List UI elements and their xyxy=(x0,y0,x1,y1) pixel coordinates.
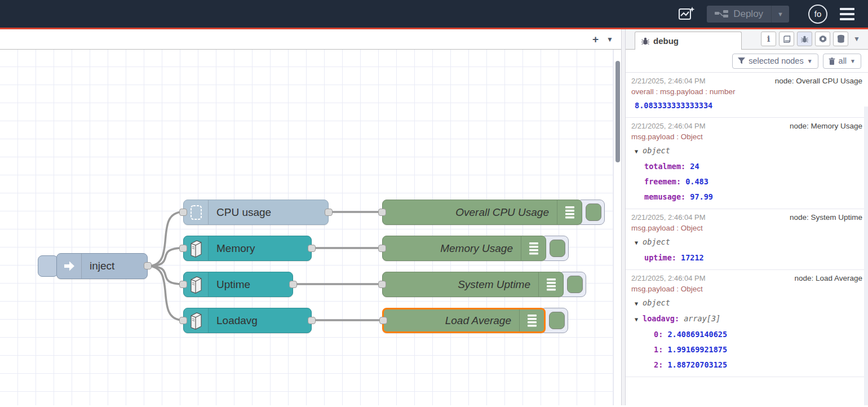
deploy-button[interactable]: Deploy xyxy=(707,8,771,20)
debug-enable-toggle[interactable] xyxy=(549,312,565,329)
input-port[interactable] xyxy=(179,317,187,324)
debug-clear-button[interactable]: all ▼ xyxy=(823,54,861,69)
server-icon xyxy=(184,272,209,297)
list-icon xyxy=(557,200,582,224)
message-tree-row: 8.083333333333334 xyxy=(631,98,862,113)
flow-node-cpu-usage[interactable]: CPU usage xyxy=(183,200,329,225)
flow-node-uptime[interactable]: Uptime xyxy=(183,272,293,297)
flow-canvas[interactable]: injectCPU usageMemoryUptimeLoadavgOveral… xyxy=(0,50,621,405)
flow-node-memory[interactable]: Memory xyxy=(183,236,312,261)
message-timestamp: 2/21/2025, 2:46:04 PM xyxy=(631,76,706,86)
tree-type-label: object xyxy=(643,298,670,307)
debug-enable-toggle[interactable] xyxy=(550,240,565,257)
input-port[interactable] xyxy=(179,281,187,288)
workspace-tabbar: + ▼ xyxy=(0,29,621,50)
node-label: System Uptime xyxy=(383,278,538,291)
tree-key: 0: xyxy=(654,330,667,339)
config-nodes-button[interactable] xyxy=(815,32,830,46)
info-tab-button[interactable]: i xyxy=(761,32,776,46)
node-label: inject xyxy=(82,260,147,272)
funnel-icon xyxy=(738,57,745,64)
header-bar: Deploy ▼ fo xyxy=(0,0,868,29)
tree-key: uptime: xyxy=(644,253,681,262)
output-port[interactable] xyxy=(308,245,316,252)
tree-value: 24 xyxy=(690,162,699,171)
node-label: Uptime xyxy=(209,278,293,291)
tree-value: 17212 xyxy=(681,253,704,262)
gear-icon xyxy=(818,34,827,43)
collapse-caret-icon[interactable]: ▼ xyxy=(635,312,643,327)
panel-splitter[interactable] xyxy=(621,29,626,405)
output-port[interactable] xyxy=(308,317,316,324)
message-tree-row[interactable]: ▼object xyxy=(631,143,862,159)
sidebar-toolbar: i xyxy=(761,32,862,49)
node-label: Load Average xyxy=(384,315,519,327)
wire[interactable] xyxy=(148,266,183,284)
add-flow-button[interactable]: + xyxy=(592,34,599,45)
output-port[interactable] xyxy=(144,262,152,269)
flow-list-caret-icon[interactable]: ▼ xyxy=(606,36,613,43)
help-tab-button[interactable] xyxy=(779,32,794,46)
tree-value: 97.99 xyxy=(690,192,713,201)
input-port[interactable] xyxy=(378,281,386,288)
book-icon xyxy=(782,35,791,43)
debug-message[interactable]: 2/21/2025, 2:46:04 PMnode: Overall CPU U… xyxy=(626,73,868,118)
flow-node-debug-loadavg[interactable]: Load Average xyxy=(382,308,546,333)
workspace-column: + ▼ injectCPU usageMemoryUptimeLoadavgOv… xyxy=(0,29,621,405)
tab-debug[interactable]: debug xyxy=(635,32,742,50)
list-icon xyxy=(538,272,563,297)
flow-node-loadavg[interactable]: Loadavg xyxy=(183,308,312,333)
message-tree-row[interactable]: ▼loadavg: array[3] xyxy=(631,311,862,327)
flow-node-inject[interactable]: inject xyxy=(56,253,148,279)
output-port[interactable] xyxy=(325,209,333,216)
tree-value: 8.083333333333334 xyxy=(635,101,712,110)
input-port[interactable] xyxy=(379,317,387,324)
message-property: msg.payload : Object xyxy=(631,284,862,294)
node-label: Loadavg xyxy=(209,315,311,327)
debug-message[interactable]: 2/21/2025, 2:46:04 PMnode: System Uptime… xyxy=(626,209,868,270)
tree-key: memusage: xyxy=(644,192,690,201)
debug-filter-button[interactable]: selected nodes ▼ xyxy=(732,54,818,69)
collapse-caret-icon[interactable]: ▼ xyxy=(635,235,643,250)
inject-trigger-button[interactable] xyxy=(38,255,58,277)
message-tree-row: uptime: 17212 xyxy=(631,250,862,266)
canvas-scrollbar[interactable] xyxy=(613,50,621,405)
debug-message-list[interactable]: 2/21/2025, 2:46:04 PMnode: Overall CPU U… xyxy=(626,73,868,405)
main-menu-icon[interactable] xyxy=(838,6,857,23)
context-data-button[interactable] xyxy=(833,32,848,46)
wire[interactable] xyxy=(148,248,183,266)
server-icon xyxy=(184,236,209,260)
deploy-options-caret[interactable]: ▼ xyxy=(771,6,789,23)
flow-node-debug-memory[interactable]: Memory Usage xyxy=(382,236,546,261)
deploy-button-group: Deploy ▼ xyxy=(707,6,789,23)
flow-node-debug-overall-cpu[interactable]: Overall CPU Usage xyxy=(382,200,582,225)
debug-tab-button[interactable] xyxy=(797,32,812,46)
message-node-name: node: Memory Usage xyxy=(790,121,862,131)
message-tree-row: 1: 1.99169921875 xyxy=(631,342,862,357)
debug-message[interactable]: 2/21/2025, 2:46:04 PMnode: Load Averagem… xyxy=(626,270,868,377)
debug-enable-toggle[interactable] xyxy=(586,203,601,221)
bug-icon xyxy=(641,37,650,46)
message-tree-row: totalmem: 24 xyxy=(631,159,862,174)
debug-enable-toggle[interactable] xyxy=(567,276,583,293)
canvas-scrollbar-thumb[interactable] xyxy=(615,61,620,162)
user-avatar[interactable]: fo xyxy=(808,5,827,24)
assistant-image-icon[interactable] xyxy=(676,5,697,24)
message-tree-row[interactable]: ▼object xyxy=(631,235,862,250)
output-port[interactable] xyxy=(289,281,297,288)
sidebar-options-caret-icon[interactable]: ▼ xyxy=(851,35,862,43)
debug-scrollbar[interactable] xyxy=(864,107,868,405)
input-port[interactable] xyxy=(378,245,386,252)
flow-node-debug-uptime[interactable]: System Uptime xyxy=(382,272,564,297)
input-port[interactable] xyxy=(378,209,386,216)
tree-value: 1.99169921875 xyxy=(667,345,727,354)
debug-message[interactable]: 2/21/2025, 2:46:04 PMnode: Memory Usagem… xyxy=(626,118,868,209)
input-port[interactable] xyxy=(179,245,187,252)
input-port[interactable] xyxy=(179,209,187,216)
message-tree-row[interactable]: ▼object xyxy=(631,295,862,311)
tree-type-label: array[3] xyxy=(684,314,720,323)
collapse-caret-icon[interactable]: ▼ xyxy=(635,144,643,159)
message-property: overall : msg.payload : number xyxy=(631,86,862,97)
message-node-name: node: Overall CPU Usage xyxy=(775,76,862,86)
collapse-caret-icon[interactable]: ▼ xyxy=(635,296,643,311)
